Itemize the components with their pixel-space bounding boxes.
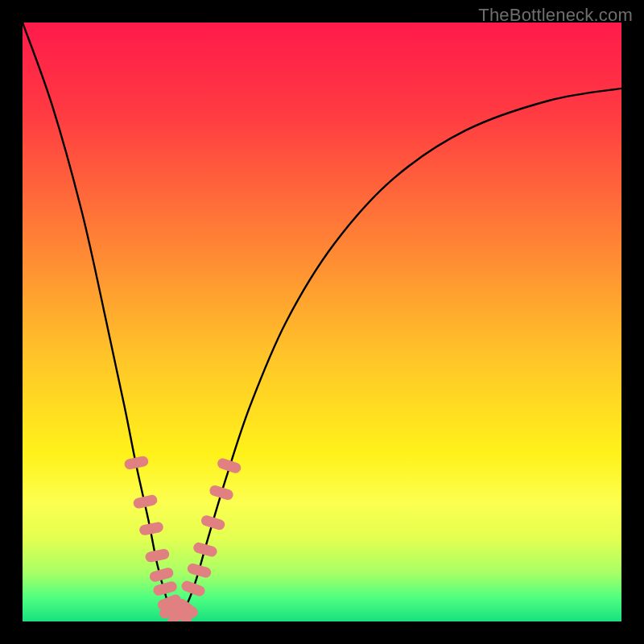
bottleneck-curve [23,23,621,616]
marker-capsule [192,541,218,558]
marker-capsule [208,485,234,502]
marker-capsule [144,548,170,564]
curve-layer [23,23,621,621]
marker-capsule [200,514,225,531]
marker-capsule [138,521,164,536]
marker-capsule [186,562,212,579]
plot-area [23,23,621,621]
watermark-text: TheBottleneck.com [478,5,633,26]
chart-frame: TheBottleneck.com [0,0,644,644]
marker-capsule [123,456,149,471]
marker-capsule [180,580,207,598]
marker-capsule [216,457,242,475]
